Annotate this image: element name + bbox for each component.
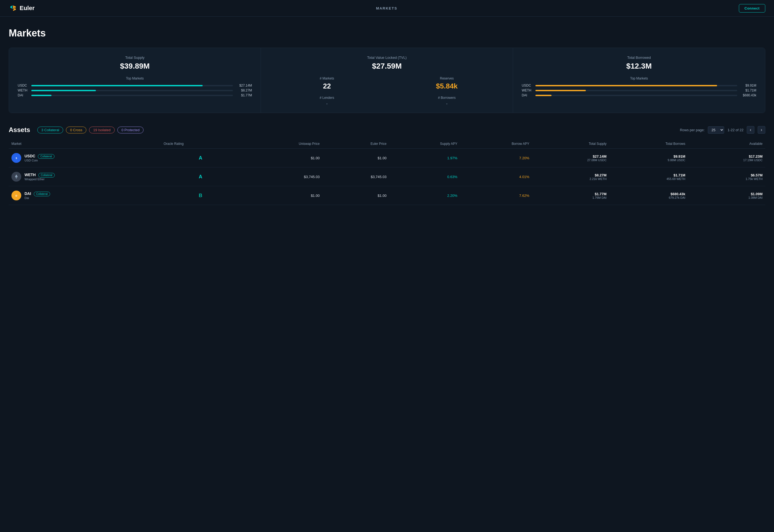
cell-market: $ USDC Collateral USD Coin	[9, 149, 161, 167]
rows-per-page-label: Rows per page:	[680, 128, 705, 132]
assets-table: Market Oracle Rating Uniswap Price Euler…	[9, 139, 765, 205]
dai-label: DAI	[18, 93, 29, 97]
table-row[interactable]: D DAI Collateral Dai B $1.00 $1.00 2.20%…	[9, 186, 765, 205]
available-sub: 17.19M USDC	[691, 158, 763, 162]
prev-page-button[interactable]: ‹	[747, 126, 754, 134]
cell-total-borrows: $680.43k 679.27k DAI	[609, 186, 688, 205]
pagination-area: Rows per page: 25 50 100 1-22 of 22 ‹ ›	[680, 126, 765, 134]
cell-borrow-apy: 7.20%	[460, 149, 532, 167]
table-row[interactable]: WETH Collateral Wrapped Ether A $3,745.0…	[9, 167, 765, 186]
available-sub: 1.08M DAI	[691, 196, 763, 199]
logo-text: Euler	[20, 5, 35, 12]
available-main: $17.23M	[691, 154, 763, 158]
stats-grid: Total Supply $39.89M Top Markets USDC $2…	[9, 48, 765, 113]
weth-borrow-bar	[535, 90, 586, 91]
weth-label: WETH	[18, 88, 29, 92]
cell-oracle: A	[161, 167, 240, 186]
dai-borrow-bar	[535, 95, 551, 96]
total-supply-main: $27.14M	[535, 154, 607, 158]
dai-supply-row: DAI $1.77M	[18, 93, 252, 97]
asset-symbol: WETH	[25, 173, 36, 177]
tvl-lenders-value: -	[270, 101, 384, 106]
dai-borrow-val: $680.43k	[740, 93, 756, 97]
euler-logo-icon	[9, 4, 17, 13]
connect-button[interactable]: Connect	[739, 4, 766, 13]
tvl-card: Total Value Locked (TVL) $27.59M # Marke…	[261, 48, 513, 113]
total-supply-main: $1.77M	[535, 192, 607, 196]
badge-isolated[interactable]: 19 Isolated	[89, 127, 115, 133]
total-borrowed-card: Total Borrowed $12.3M Top Markets USDC $…	[513, 48, 765, 113]
tvl-markets: # Markets 22	[270, 77, 384, 90]
col-total-borrows: Total Borrows	[609, 139, 688, 149]
total-borrows-main: $1.71M	[612, 173, 685, 177]
usdc-borrow-label: USDC	[522, 84, 533, 87]
cell-supply-apy: 1.97%	[389, 149, 460, 167]
dai-bar	[31, 95, 51, 96]
header: Euler MARKETS Connect	[0, 0, 774, 17]
next-page-button[interactable]: ›	[758, 126, 765, 134]
cell-total-borrows: $9.91M 9.88M USDC	[609, 149, 688, 167]
asset-info: D DAI Collateral Dai	[11, 191, 158, 200]
total-supply-sub: 2.21k WETH	[535, 177, 607, 181]
main-nav: MARKETS	[376, 6, 397, 11]
cell-borrow-apy: 7.62%	[460, 186, 532, 205]
available-main: $1.09M	[691, 192, 763, 196]
assets-header: Assets 3 Collateral 0 Cross 19 Isolated …	[9, 126, 765, 134]
asset-name-wrap: WETH Collateral Wrapped Ether	[25, 173, 55, 181]
page-title: Markets	[9, 27, 765, 39]
tvl-borrowers-label: # Borrowers	[389, 96, 504, 100]
main-content: Markets Total Supply $39.89M Top Markets…	[0, 17, 774, 216]
logo: Euler	[9, 4, 35, 13]
tvl-markets-value: 22	[270, 82, 384, 90]
asset-fullname: Dai	[25, 196, 50, 200]
total-supply-value: $39.89M	[18, 62, 252, 71]
total-borrows-main: $9.91M	[612, 154, 685, 158]
dai-borrow-bar-track	[535, 95, 737, 96]
usdc-supply-val: $27.14M	[236, 84, 252, 87]
asset-badge: Collateral	[38, 154, 54, 159]
asset-name-wrap: DAI Collateral Dai	[25, 191, 50, 200]
dai-supply-val: $1.77M	[236, 93, 252, 97]
tvl-value: $27.59M	[270, 62, 504, 71]
tvl-markets-label: # Markets	[270, 77, 384, 80]
nav-markets[interactable]: MARKETS	[376, 6, 397, 10]
weth-supply-row: WETH $8.27M	[18, 88, 252, 92]
available-sub: 1.75k WETH	[691, 177, 763, 181]
asset-name-wrap: USDC Collateral USD Coin	[25, 154, 54, 162]
weth-bar-track	[31, 90, 233, 91]
total-borrowed-value: $12.3M	[522, 62, 756, 71]
oracle-rating-value: A	[199, 174, 202, 179]
table-row[interactable]: $ USDC Collateral USD Coin A $1.00 $1.00…	[9, 149, 765, 167]
cell-market: D DAI Collateral Dai	[9, 186, 161, 205]
usdc-borrow-val: $9.91M	[740, 84, 756, 87]
dai-borrow-label: DAI	[522, 93, 533, 97]
usdc-borrow-bar	[535, 85, 717, 86]
table-header-row: Market Oracle Rating Uniswap Price Euler…	[9, 139, 765, 149]
cell-total-borrows: $1.71M 455.69 WETH	[609, 167, 688, 186]
total-supply-card: Total Supply $39.89M Top Markets USDC $2…	[9, 48, 261, 113]
tvl-borrowers-value: -	[389, 101, 504, 106]
cell-euler-price: $3,745.03	[322, 167, 389, 186]
badge-protected[interactable]: 0 Protected	[117, 127, 144, 133]
asset-icon: D	[11, 191, 21, 200]
total-borrows-sub: 679.27k DAI	[612, 196, 685, 199]
total-supply-sub: 1.76M DAI	[535, 196, 607, 199]
col-available: Available	[688, 139, 765, 149]
dai-borrow-row: DAI $680.43k	[522, 93, 756, 97]
cell-available: $17.23M 17.19M USDC	[688, 149, 765, 167]
dai-bar-track	[31, 95, 233, 96]
usdc-borrow-row: USDC $9.91M	[522, 84, 756, 87]
badge-cross[interactable]: 0 Cross	[66, 127, 86, 133]
available-main: $6.57M	[691, 173, 763, 177]
badge-collateral[interactable]: 3 Collateral	[37, 127, 63, 133]
total-supply-main: $8.27M	[535, 173, 607, 177]
col-euler-price: Euler Price	[322, 139, 389, 149]
pagination-info: 1-22 of 22	[727, 128, 743, 132]
cell-total-supply: $27.14M 27.08M USDC	[532, 149, 609, 167]
rows-per-page-select[interactable]: 25 50 100	[708, 126, 724, 134]
cell-uniswap-price: $1.00	[240, 149, 322, 167]
asset-info: WETH Collateral Wrapped Ether	[11, 172, 158, 182]
col-oracle: Oracle Rating	[161, 139, 240, 149]
col-market: Market	[9, 139, 161, 149]
cell-supply-apy: 0.63%	[389, 167, 460, 186]
